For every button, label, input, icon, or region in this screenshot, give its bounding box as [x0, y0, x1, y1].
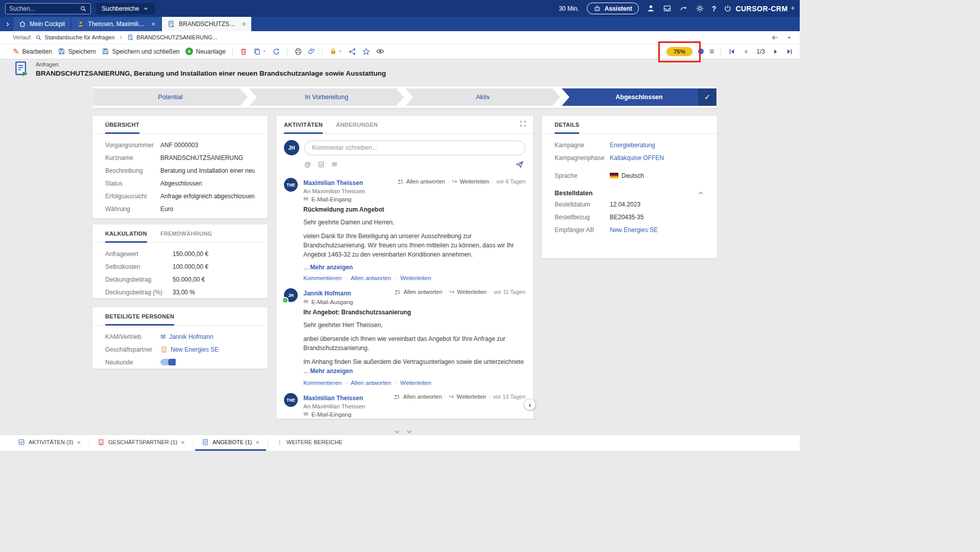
expand-icon[interactable] [519, 120, 527, 127]
contact-icon [77, 20, 84, 28]
forward-action[interactable]: Weiterleiten [457, 394, 486, 400]
save-close-button[interactable]: Speichern und schließen [102, 48, 180, 55]
bottom-tab-geschaeftspartner[interactable]: GESCHÄFTSPARTNER (1) × [91, 435, 192, 451]
persons-card: BETEILIGTE PERSONEN KAM/Vertrieb ✉ Janni… [92, 307, 268, 369]
bottom-tab-label: WEITERE BEREICHE [286, 439, 342, 445]
breadcrumb-record-item[interactable]: BRANDSCHUTZSANIERUNG... [127, 34, 217, 41]
reply-all-action[interactable]: Allen antworten [407, 178, 445, 185]
progress-badge[interactable]: 75% [666, 47, 692, 56]
tab-contact-theissen[interactable]: Theissen, Maximilian... × [71, 17, 161, 31]
watch-button[interactable] [376, 47, 385, 56]
edit-button[interactable]: ✎ Bearbeiten [13, 48, 52, 55]
mail-icon[interactable]: ✉ [331, 161, 337, 168]
collapse-panel-button[interactable]: ‹ [524, 399, 536, 410]
show-more-link[interactable]: Mehr anzeigen [310, 264, 352, 271]
nav-prev-icon[interactable] [742, 48, 750, 56]
tab-mein-cockpit[interactable]: Mein Cockpit [13, 17, 70, 31]
tabs-scroll-left-icon[interactable] [4, 21, 11, 28]
close-icon[interactable]: × [242, 20, 246, 28]
tab-details[interactable]: DETAILS [555, 116, 579, 134]
search-input[interactable] [9, 5, 80, 12]
author-link[interactable]: Maximilian Theissen [303, 395, 363, 402]
nav-last-icon[interactable] [785, 48, 794, 56]
help-button[interactable]: ? [712, 5, 716, 13]
global-search[interactable] [5, 3, 91, 14]
bottom-tab-aktivitaeten[interactable]: AKTIVITÄTEN (3) × [11, 435, 87, 451]
close-icon[interactable]: × [181, 439, 185, 446]
forward-action[interactable]: Weiterleiten [400, 380, 432, 386]
save-button[interactable]: Speichern [58, 48, 96, 55]
composer-toolbar: @ ✉ [276, 155, 533, 171]
search-icon[interactable] [80, 5, 87, 12]
nav-first-icon[interactable] [728, 48, 736, 56]
nav-next-icon[interactable] [772, 48, 780, 56]
mention-icon[interactable]: @ [304, 161, 311, 168]
task-icon[interactable] [318, 161, 325, 168]
eye-icon [376, 47, 385, 56]
phase-abgeschlossen[interactable]: Abgeschlossen ✓ [562, 88, 716, 106]
tab-aktivitaeten[interactable]: AKTIVITÄTEN [284, 116, 323, 134]
menu-button[interactable]: ≡ [709, 47, 714, 56]
tab-fremdwaehrung[interactable]: FREMDWÄHRUNG [160, 224, 212, 243]
reply-all-action[interactable]: Allen antworten [403, 289, 442, 295]
user-icon[interactable] [647, 4, 655, 13]
forward-action[interactable]: Weiterleiten [457, 289, 487, 295]
show-more-link[interactable]: Mehr anzeigen [310, 367, 352, 375]
power-icon[interactable] [724, 5, 732, 13]
phase-aktiv[interactable]: Aktiv [405, 88, 560, 106]
send-icon[interactable] [515, 160, 524, 169]
reply-all-action[interactable]: Allen antworten [351, 380, 391, 386]
create-button[interactable]: + Neuanlage [185, 48, 226, 55]
toolbar-separator [322, 48, 323, 56]
reply-all-action[interactable]: Allen antworten [403, 394, 442, 400]
attachment-button[interactable] [308, 48, 316, 55]
favorite-button[interactable] [362, 48, 370, 56]
business-partner-link[interactable]: New Energies SE [171, 346, 219, 353]
print-button[interactable] [294, 48, 302, 56]
kam-contact-link[interactable]: Jannik Hofmann [169, 333, 213, 340]
record-header: Anfragen BRANDSCHUTZSANIERUNG, Beratung … [13, 60, 386, 78]
kampagne-link[interactable]: Energieberatung [610, 142, 655, 149]
gear-icon[interactable] [696, 4, 704, 13]
tab-aenderungen[interactable]: ÄNDERUNGEN [336, 116, 378, 134]
author-link[interactable]: Maximilian Theissen [303, 179, 363, 187]
tab-kalkulation[interactable]: KALKULATION [105, 224, 147, 243]
forward-action[interactable]: Weiterleiten [400, 275, 432, 281]
phase-in-vorbereitung[interactable]: In Vorbereitung [249, 88, 404, 106]
field-row: ErfolgsaussichtAnfrage erfolgreich abges… [92, 190, 268, 202]
comment-action[interactable]: Kommentieren [303, 275, 342, 281]
close-icon[interactable]: × [77, 439, 81, 446]
neukunde-toggle[interactable] [160, 359, 176, 365]
close-icon[interactable]: × [256, 439, 260, 446]
relations-button[interactable] [348, 48, 356, 56]
assistant-button[interactable]: Assistent [587, 3, 639, 14]
breadcrumb-search-item[interactable]: Standardsuche für Anfragen [35, 34, 114, 41]
refresh-button[interactable] [272, 48, 280, 56]
copy-button[interactable] [253, 48, 267, 55]
close-icon[interactable]: × [151, 20, 155, 28]
search-scope-dropdown[interactable]: Suchbereiche [96, 3, 155, 14]
forward-action[interactable]: Weiterleiten [460, 178, 489, 185]
author-link[interactable]: Jannik Hofmann [303, 290, 351, 297]
tab-uebersicht[interactable]: ÜBERSICHT [105, 116, 139, 134]
activities-card-tabs: AKTIVITÄTEN ÄNDERUNGEN [276, 116, 533, 134]
history-back-icon[interactable] [771, 34, 779, 41]
bottom-tab-angebote[interactable]: ANGEBOTE (1) × [195, 435, 266, 451]
inbox-icon[interactable] [663, 4, 672, 13]
status-dot[interactable] [698, 49, 704, 54]
delete-button[interactable] [240, 48, 248, 56]
tab-record-brandschutz[interactable]: BRANDSCHUTZSANI... × [162, 17, 251, 31]
bottom-tab-weitere-bereiche[interactable]: ⋮ WEITERE BEREICHE [270, 435, 349, 451]
chevron-up-icon[interactable] [697, 190, 704, 197]
comment-input[interactable] [304, 141, 525, 155]
caret-down-icon[interactable] [786, 34, 793, 41]
tab-beteiligte-personen[interactable]: BETEILIGTE PERSONEN [105, 307, 174, 326]
permissions-button[interactable] [329, 48, 343, 55]
empfaenger-link[interactable]: New Energies SE [610, 226, 658, 234]
redo-icon[interactable] [679, 4, 688, 13]
comment-action[interactable]: Kommentieren [303, 380, 342, 386]
reply-all-action[interactable]: Allen antworten [351, 275, 391, 281]
kampagnenphase-link[interactable]: Kaltakquise OFFEN [610, 154, 664, 162]
history-label: Verlauf: [13, 34, 32, 40]
phase-potential[interactable]: Potential [93, 88, 248, 106]
